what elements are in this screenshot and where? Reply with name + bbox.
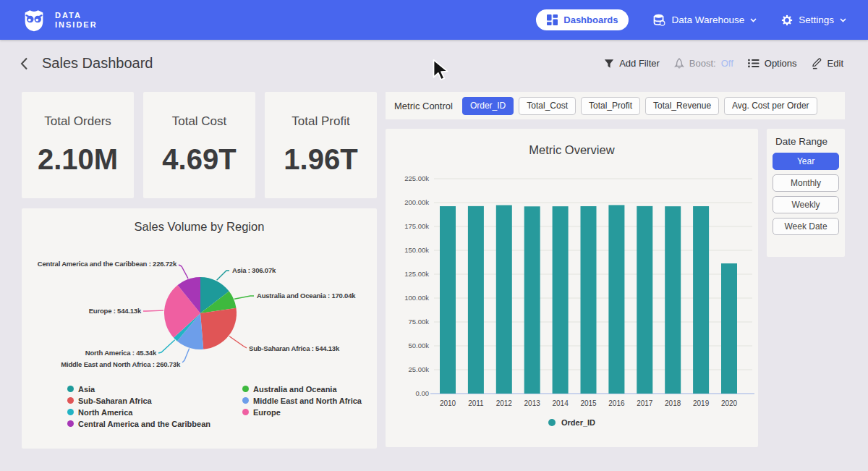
edit-label: Edit xyxy=(827,58,843,69)
page-header: Sales Dashboard Add Filter Boost: Off xyxy=(0,40,868,87)
pie-slice-label: North America : 45.34k xyxy=(85,349,157,357)
metric-chip-order-id[interactable]: Order_ID xyxy=(462,97,514,115)
x-tick-label: 2014 xyxy=(552,399,569,407)
bar-2010[interactable] xyxy=(440,206,456,394)
pie-slice-label: Europe : 544.13k xyxy=(89,307,142,315)
pie-slice-label: Central America and the Caribbean : 226.… xyxy=(38,260,177,268)
metric-control-bar: Metric Control Order_ID Total_Cost Total… xyxy=(386,92,845,119)
y-tick-label: 25.00k xyxy=(408,365,429,373)
dashboard-grid-icon xyxy=(547,14,558,25)
date-range-weekly-button[interactable]: Weekly xyxy=(773,196,839,213)
filter-icon xyxy=(604,59,614,69)
options-label: Options xyxy=(765,58,797,69)
bar-2012[interactable] xyxy=(496,205,512,394)
bar-2016[interactable] xyxy=(608,205,624,394)
legend-item: North America xyxy=(67,408,210,416)
legend-item: Asia xyxy=(67,385,210,393)
metric-chip-total-revenue[interactable]: Total_Revenue xyxy=(645,97,719,115)
legend-dot xyxy=(67,409,74,415)
pie-leader-line xyxy=(234,296,254,299)
legend-label: Asia xyxy=(78,385,95,394)
x-tick-label: 2018 xyxy=(665,399,681,407)
x-tick-label: 2019 xyxy=(693,399,710,407)
y-tick-label: 50.00k xyxy=(408,341,429,349)
boost-toggle[interactable]: Boost: Off xyxy=(674,58,733,69)
chevron-down-icon xyxy=(750,18,757,22)
nav-dashboards[interactable]: Dashboards xyxy=(536,9,629,30)
legend-dot xyxy=(242,397,249,404)
kpi-card-total-profit: Total Profit 1.96T xyxy=(265,92,377,198)
kpi-label: Total Orders xyxy=(44,114,111,129)
bar-2017[interactable] xyxy=(637,206,652,394)
bar-2014[interactable] xyxy=(553,206,569,394)
pie-leader-line xyxy=(229,336,247,348)
back-button[interactable] xyxy=(20,57,33,70)
x-tick-label: 2015 xyxy=(580,399,597,407)
pie-slice-label: Middle East and North Africa : 260.73k xyxy=(61,360,181,368)
legend-label: Middle East and North Africa xyxy=(253,396,362,405)
bar-2011[interactable] xyxy=(468,206,484,394)
bar-2013[interactable] xyxy=(524,206,540,394)
kpi-value: 2.10M xyxy=(38,143,118,176)
legend-dot xyxy=(242,386,249,392)
sales-volume-by-region-card: Sales Volume by Region Asia : 306.07kAus… xyxy=(22,208,377,449)
legend-dot xyxy=(67,420,74,427)
y-tick-label: 175.00k xyxy=(404,222,429,230)
logo-text-line1: DATA xyxy=(55,11,98,20)
add-filter-button[interactable]: Add Filter xyxy=(604,58,660,69)
bar-2020[interactable] xyxy=(721,263,737,394)
date-range-year-button[interactable]: Year xyxy=(773,153,839,170)
bar-2015[interactable] xyxy=(581,206,597,394)
kpi-label: Total Cost xyxy=(172,114,227,129)
options-list-icon xyxy=(748,59,760,68)
gear-icon xyxy=(781,14,793,26)
x-tick-label: 2012 xyxy=(496,399,513,407)
kpi-label: Total Profit xyxy=(292,114,349,129)
x-tick-label: 2017 xyxy=(637,399,653,407)
legend-item: Europe xyxy=(242,408,362,416)
legend-item: Central America and the Caribbean xyxy=(67,420,210,428)
pie-leader-line xyxy=(179,265,188,279)
date-range-label: Date Range xyxy=(775,136,839,147)
nav-dashboards-label: Dashboards xyxy=(563,14,618,25)
legend-dot xyxy=(67,397,74,404)
nav-settings[interactable]: Settings xyxy=(781,14,846,26)
app-logo[interactable]: DATA INSIDER xyxy=(20,7,98,34)
boost-label: Boost: xyxy=(689,58,716,69)
nav-settings-label: Settings xyxy=(799,14,834,25)
date-range-monthly-button[interactable]: Monthly xyxy=(773,174,839,192)
legend-label: North America xyxy=(78,408,132,417)
options-button[interactable]: Options xyxy=(748,58,797,69)
x-tick-label: 2010 xyxy=(440,399,456,407)
add-filter-label: Add Filter xyxy=(619,58,660,69)
metric-chip-avg-cost-per-order[interactable]: Avg. Cost per Order xyxy=(724,97,817,115)
metric-overview-chart-card: Metric Overview 225.00k200.00k175.00k150… xyxy=(386,129,758,447)
legend-item: Middle East and North Africa xyxy=(242,396,362,404)
x-tick-label: 2011 xyxy=(468,399,484,407)
edit-button[interactable]: Edit xyxy=(812,58,843,69)
kpi-value: 4.69T xyxy=(162,143,236,176)
legend-dot xyxy=(67,386,74,392)
y-tick-label: 200.00k xyxy=(404,198,429,206)
date-range-week-date-button[interactable]: Week Date xyxy=(773,218,839,235)
metric-chip-total-profit[interactable]: Total_Profit xyxy=(581,97,640,115)
bar-2018[interactable] xyxy=(665,206,681,394)
top-navigation-bar: DATA INSIDER Dashboards Data Warehouse xyxy=(0,0,868,40)
y-tick-label: 150.00k xyxy=(404,246,429,254)
x-tick-label: 2020 xyxy=(721,399,738,407)
bar-2019[interactable] xyxy=(693,206,709,394)
chevron-down-icon xyxy=(840,18,846,22)
nav-data-warehouse-label: Data Warehouse xyxy=(671,14,744,25)
legend-dot xyxy=(548,419,556,426)
y-tick-label: 125.00k xyxy=(404,270,429,278)
pie-slice-label: Australia and Oceania : 170.04k xyxy=(257,292,356,300)
nav-data-warehouse[interactable]: Data Warehouse xyxy=(653,14,757,26)
pie-slice-sub-saharan-africa[interactable] xyxy=(200,308,237,349)
metric-chip-total-cost[interactable]: Total_Cost xyxy=(519,97,576,115)
legend-label: Sub-Saharan Africa xyxy=(78,396,152,405)
legend-item: Australia and Oceania xyxy=(242,385,362,393)
kpi-card-total-cost: Total Cost 4.69T xyxy=(143,92,255,198)
bar-chart-title: Metric Overview xyxy=(386,129,758,157)
legend-label: Europe xyxy=(253,408,281,417)
pie-chart-legend: AsiaSub-Saharan AfricaNorth AmericaCentr… xyxy=(67,385,362,428)
